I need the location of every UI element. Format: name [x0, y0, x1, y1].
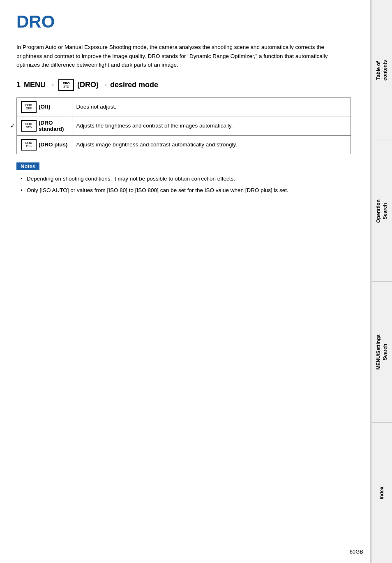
- right-sidebar: Table ofcontents OperationSearch MENU/Se…: [371, 0, 392, 563]
- table-row-selected: ✓ DRO STD (DROstandard) Adjusts the brig…: [17, 116, 351, 135]
- icon-cell: DRO Plus (DRO plus): [17, 135, 72, 154]
- table-row: DRO OFF (Off) Does not adjust.: [17, 97, 351, 116]
- page-title: DRO: [16, 12, 351, 31]
- settings-table: DRO OFF (Off) Does not adjust. ✓ DRO STD: [16, 97, 351, 154]
- table-row: DRO Plus (DRO plus) Adjusts image bright…: [17, 135, 351, 154]
- desc-cell: Adjusts the brightness and contrast of t…: [72, 116, 351, 135]
- tab-label: Table ofcontents: [376, 60, 388, 81]
- notes-badge: Notes: [16, 162, 39, 170]
- step-suffix: (DRO) → desired mode: [77, 81, 158, 89]
- icon-cell: DRO OFF (Off): [17, 97, 72, 116]
- desc-cell: Does not adjust.: [72, 97, 351, 116]
- step-number: 1: [16, 81, 21, 89]
- intro-text: In Program Auto or Manual Exposure Shoot…: [16, 43, 351, 70]
- desc-cell: Adjusts image brightness and contrast au…: [72, 135, 351, 154]
- sidebar-divider: [370, 0, 371, 563]
- step-text: MENU →: [24, 81, 55, 89]
- icon-text: DRO Plus (DRO plus): [21, 139, 68, 151]
- dro-std-icon-heading: DRO STD: [58, 79, 74, 91]
- dro-std-icon: DRO STD: [21, 120, 37, 132]
- row-label: (DROstandard): [39, 120, 64, 132]
- row-label: (DRO plus): [39, 141, 68, 148]
- notes-item: Depending on shooting conditions, it may…: [21, 174, 351, 183]
- page-number: 60GB: [350, 549, 363, 555]
- icon-text: DRO OFF (Off): [21, 101, 50, 113]
- tab-label: OperationSearch: [376, 199, 388, 223]
- step-heading: 1 MENU → DRO STD (DRO) → desired mode: [16, 79, 351, 91]
- row-label: (Off): [39, 104, 50, 110]
- main-content: DRO In Program Auto or Manual Exposure S…: [16, 0, 351, 222]
- dro-off-icon: DRO OFF: [21, 101, 37, 113]
- icon-cell: ✓ DRO STD (DROstandard): [17, 116, 72, 135]
- icon-text: DRO STD (DROstandard): [21, 120, 64, 132]
- notes-item: Only [ISO AUTO] or values from [ISO 80] …: [21, 186, 351, 195]
- dro-plus-icon: DRO Plus: [21, 139, 37, 151]
- tab-label: MENU/SettingsSearch: [376, 334, 388, 370]
- notes-section: Notes Depending on shooting conditions, …: [16, 162, 351, 195]
- notes-list: Depending on shooting conditions, it may…: [16, 174, 351, 195]
- tab-index[interactable]: Index: [371, 423, 392, 563]
- tab-menu-settings-search[interactable]: MENU/SettingsSearch: [371, 282, 392, 423]
- tab-table-of-contents[interactable]: Table ofcontents: [371, 0, 392, 141]
- tab-label: Index: [379, 487, 385, 499]
- tab-operation-search[interactable]: OperationSearch: [371, 141, 392, 282]
